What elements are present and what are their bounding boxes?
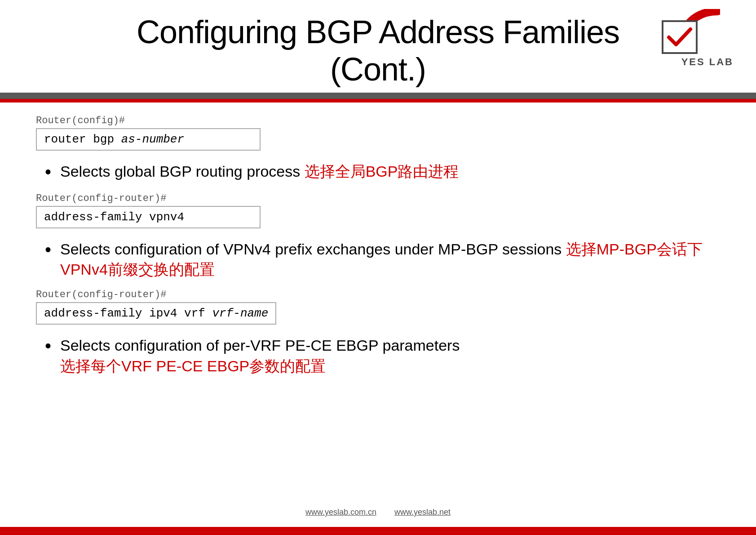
code-text-1: router bgp bbox=[44, 133, 121, 146]
slide-title: Configuring BGP Address Families (Cont.) bbox=[27, 13, 729, 88]
code-text-3: address-family ipv4 vrf bbox=[44, 307, 212, 320]
bullet-en-1: Selects global BGP routing process bbox=[60, 163, 305, 180]
code-box-2: address-family vpnv4 bbox=[36, 206, 261, 228]
yeslab-logo: YES LAB bbox=[662, 9, 734, 67]
main-content: Router(config)# router bgp as-number • S… bbox=[0, 103, 756, 500]
bullet-2: • Selects configuration of VPNv4 prefix … bbox=[45, 239, 720, 281]
bottom-red-bar bbox=[0, 527, 756, 535]
bullet-text-2: Selects configuration of VPNv4 prefix ex… bbox=[60, 239, 720, 281]
separator-bar bbox=[0, 93, 756, 99]
title-line1: Configuring BGP Address Families bbox=[137, 14, 619, 50]
footer-link-1[interactable]: www.yeslab.com.cn bbox=[305, 508, 376, 517]
check-box bbox=[662, 20, 698, 54]
prompt-2: Router(config-router)# bbox=[36, 193, 720, 204]
code-italic-1: as-number bbox=[121, 133, 184, 146]
section-3: Router(config-router)# address-family ip… bbox=[36, 285, 720, 381]
bullet-text-1: Selects global BGP routing process 选择全局B… bbox=[60, 161, 459, 182]
red-accent-bar bbox=[0, 99, 756, 103]
bullet-en-3: Selects configuration of per-VRF PE-CE E… bbox=[60, 337, 460, 354]
yeslab-text: YES LAB bbox=[662, 56, 734, 68]
bullet-1: • Selects global BGP routing process 选择全… bbox=[45, 161, 720, 184]
bullet-zh-3: 选择每个VRF PE-CE EBGP参数的配置 bbox=[60, 357, 326, 374]
code-italic-3: vrf-name bbox=[212, 307, 268, 320]
bullet-dot-1: • bbox=[45, 160, 51, 184]
bullet-dot-3: • bbox=[45, 334, 51, 358]
code-box-3: address-family ipv4 vrf vrf-name bbox=[36, 302, 276, 325]
prompt-1: Router(config)# bbox=[36, 115, 720, 126]
slide-footer: www.yeslab.com.cn www.yeslab.net bbox=[0, 500, 756, 527]
title-line2: (Cont.) bbox=[330, 51, 426, 87]
footer-link-2[interactable]: www.yeslab.net bbox=[394, 508, 451, 517]
code-text-2: address-family vpnv4 bbox=[44, 210, 184, 224]
slide-container: Configuring BGP Address Families (Cont.)… bbox=[0, 0, 756, 535]
logo-checkmark-container bbox=[662, 9, 716, 54]
bullet-text-3: Selects configuration of per-VRF PE-CE E… bbox=[60, 335, 460, 377]
slide-header: Configuring BGP Address Families (Cont.)… bbox=[0, 0, 756, 93]
section-1: Router(config)# router bgp as-number • S… bbox=[36, 111, 720, 188]
section-2: Router(config-router)# address-family vp… bbox=[36, 188, 720, 285]
bullet-en-2: Selects configuration of VPNv4 prefix ex… bbox=[60, 241, 566, 258]
bullet-dot-2: • bbox=[45, 237, 51, 262]
bullet-3: • Selects configuration of per-VRF PE-CE… bbox=[45, 335, 720, 377]
code-box-1: router bgp as-number bbox=[36, 128, 261, 151]
bullet-zh-1: 选择全局BGP路由进程 bbox=[305, 163, 459, 180]
prompt-3: Router(config-router)# bbox=[36, 289, 720, 300]
checkmark-icon bbox=[666, 25, 693, 49]
